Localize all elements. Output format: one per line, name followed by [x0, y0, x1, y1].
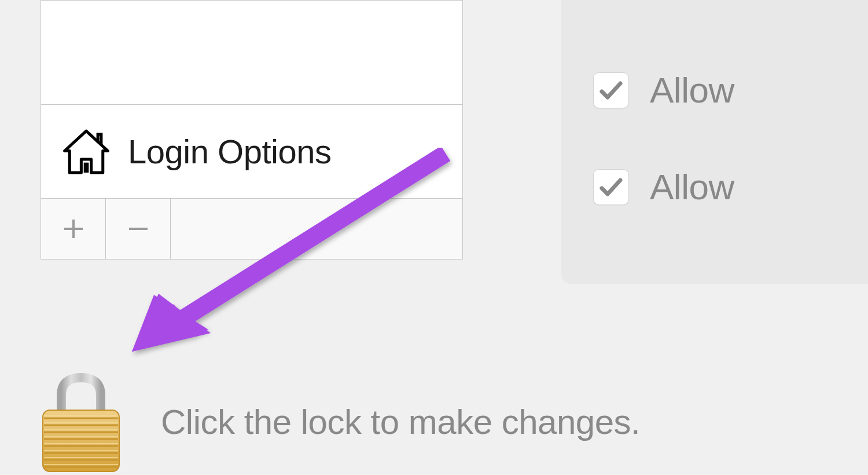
lock-hint-text: Click the lock to make changes. — [161, 402, 640, 442]
options-panel: Allow Allow — [561, 0, 868, 284]
svg-rect-4 — [43, 410, 119, 472]
check-icon — [597, 76, 625, 104]
svg-marker-23 — [132, 304, 198, 352]
svg-rect-0 — [84, 162, 89, 172]
allow-option-2: Allow — [561, 166, 868, 207]
allow-label-1: Allow — [650, 70, 734, 111]
lock-row: Click the lock to make changes. — [38, 370, 640, 474]
sidebar-panel: Login Options — [41, 0, 463, 260]
user-list-area — [41, 1, 462, 105]
house-icon — [60, 127, 113, 177]
toolbar-spacer — [171, 199, 462, 259]
svg-marker-22 — [132, 295, 208, 352]
login-options-item[interactable]: Login Options — [41, 105, 462, 199]
allow-option-1: Allow — [561, 70, 868, 111]
allow-checkbox-2[interactable] — [593, 169, 629, 205]
lock-icon — [38, 370, 124, 474]
login-options-label: Login Options — [128, 132, 331, 171]
remove-user-button[interactable] — [106, 199, 171, 259]
plus-icon — [61, 216, 86, 242]
add-user-button[interactable] — [41, 199, 106, 259]
lock-button[interactable] — [38, 370, 124, 474]
allow-checkbox-1[interactable] — [593, 72, 629, 108]
user-action-toolbar — [41, 199, 462, 259]
check-icon — [597, 173, 625, 201]
minus-icon — [126, 216, 151, 242]
allow-label-2: Allow — [650, 166, 734, 207]
